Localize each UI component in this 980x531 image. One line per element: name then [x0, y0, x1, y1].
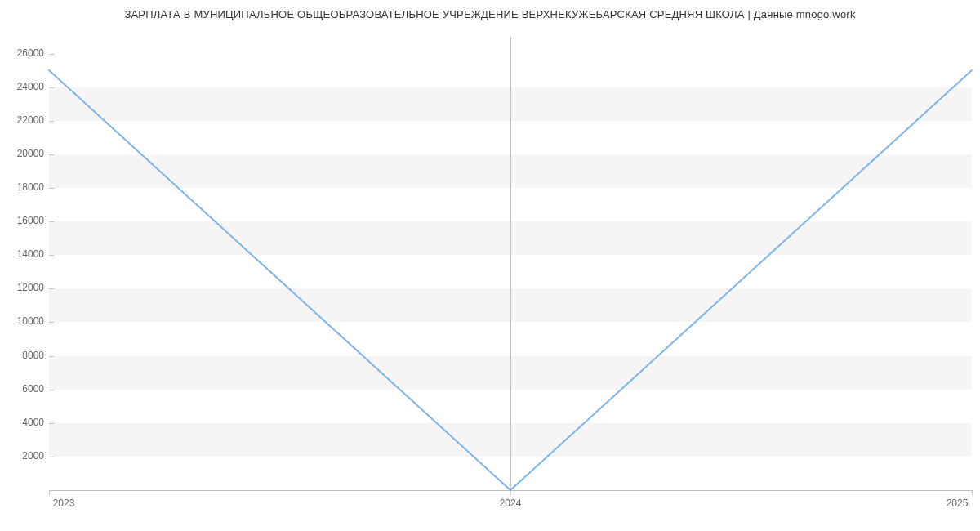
x-axis-tick-label: 2023 [53, 498, 75, 509]
y-axis-tick-label: 24000 [3, 81, 44, 92]
y-axis-tick-label: 14000 [3, 248, 44, 260]
x-tick [49, 490, 50, 495]
x-axis-tick-label: 2024 [500, 498, 522, 509]
y-axis-tick-label: 22000 [3, 114, 44, 126]
y-axis-tick-label: 20000 [3, 148, 44, 159]
x-axis-tick-label: 2025 [947, 498, 969, 509]
plot-area[interactable]: 2000400060008000100001200014000160001800… [49, 37, 972, 490]
y-axis-tick-label: 18000 [3, 181, 44, 193]
y-axis-tick-label: 2000 [3, 450, 44, 462]
x-tick [972, 490, 973, 495]
chart-title: ЗАРПЛАТА В МУНИЦИПАЛЬНОЕ ОБЩЕОБРАЗОВАТЕЛ… [0, 8, 980, 20]
y-axis-tick-label: 4000 [3, 417, 44, 428]
y-axis-tick-label: 16000 [3, 215, 44, 226]
y-axis-tick-label: 26000 [3, 47, 44, 59]
series-line [49, 70, 972, 490]
y-axis-tick-label: 8000 [3, 350, 44, 361]
salary-line-chart: ЗАРПЛАТА В МУНИЦИПАЛЬНОЕ ОБЩЕОБРАЗОВАТЕЛ… [0, 0, 980, 531]
line-layer [49, 37, 972, 490]
y-axis-tick-label: 6000 [3, 383, 44, 395]
y-axis-tick-label: 10000 [3, 315, 44, 327]
y-axis-tick-label: 12000 [3, 282, 44, 293]
